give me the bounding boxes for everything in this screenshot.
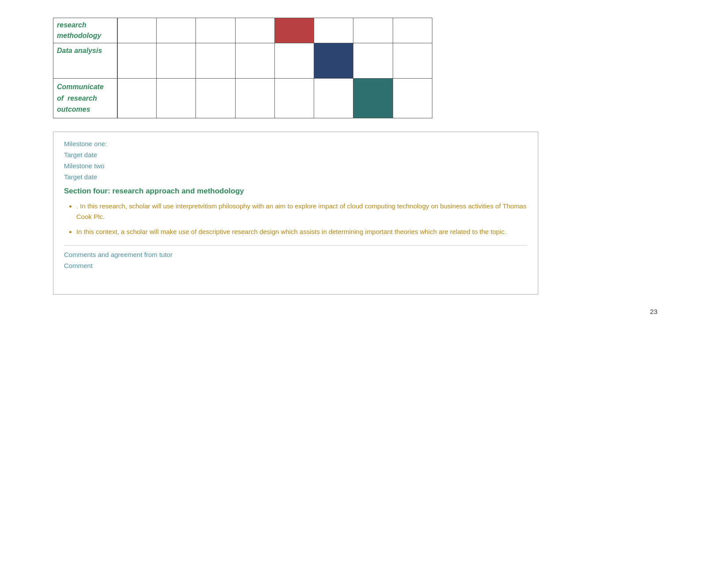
cell-2-6-bar [314,43,353,79]
page-number: 23 [35,308,657,315]
gantt-section: research methodology Data analysis [35,18,693,118]
milestone-one-label: Milestone one: [64,140,527,147]
cell-2-7 [353,43,393,79]
comment-value: Comment [64,262,527,269]
cell-3-6 [314,79,353,118]
cell-2-1 [117,43,157,79]
milestone-one-target: Target date [64,151,527,159]
cell-1-1 [117,18,157,43]
table-row: Data analysis [53,43,432,79]
cell-3-4 [235,79,274,118]
cell-3-8 [393,79,432,118]
row-label-research-methodology: research methodology [53,18,117,43]
cell-1-7 [353,18,393,43]
table-row: research methodology [53,18,432,43]
cell-3-7-bar [353,79,393,118]
cell-3-1 [117,79,157,118]
info-box: Milestone one: Target date Milestone two… [53,132,538,295]
cell-2-3 [196,43,235,79]
bullet-list: . In this research, scholar will use int… [76,201,527,237]
cell-2-2 [157,43,196,79]
gantt-table: research methodology Data analysis [53,18,432,118]
cell-2-4 [235,43,274,79]
row-label-data-analysis: Data analysis [53,43,117,79]
table-row: Communicate of research outcomes [53,79,432,118]
cell-1-4 [235,18,274,43]
row-label-communicate: Communicate of research outcomes [53,79,117,118]
cell-2-8 [393,43,432,79]
list-item: . In this research, scholar will use int… [76,201,527,222]
comments-section: Comments and agreement from tutor Commen… [64,245,527,286]
cell-2-5 [274,43,314,79]
cell-1-2 [157,18,196,43]
cell-1-3 [196,18,235,43]
cell-3-5 [274,79,314,118]
cell-1-5-bar [274,18,314,43]
section-heading: Section four: research approach and meth… [64,187,527,196]
cell-3-2 [157,79,196,118]
milestone-two-target: Target date [64,173,527,181]
cell-1-6 [314,18,353,43]
list-item: In this context, a scholar will make use… [76,227,527,237]
comments-label: Comments and agreement from tutor [64,251,527,258]
cell-3-3 [196,79,235,118]
milestone-two-label: Milestone two [64,162,527,170]
cell-1-8 [393,18,432,43]
